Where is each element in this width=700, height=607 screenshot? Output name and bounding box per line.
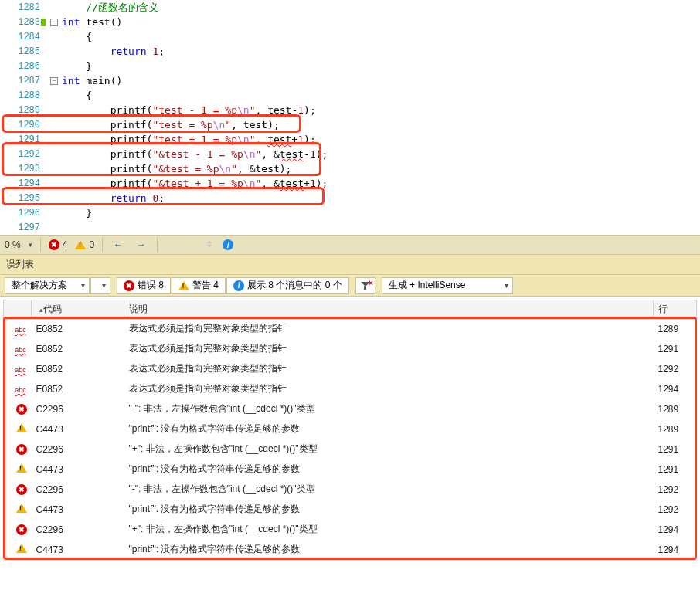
build-intellisense-dropdown[interactable]: 生成 + IntelliSense — [382, 277, 513, 294]
code-text[interactable]: return 1; — [62, 46, 165, 57]
error-line-number[interactable]: 1291 — [654, 459, 697, 480]
code-line[interactable]: 1295 return 0; — [0, 191, 700, 205]
nav-prev-button[interactable]: ← — [110, 239, 126, 250]
code-line[interactable]: 1284 { — [0, 29, 700, 44]
error-line-number[interactable]: 1291 — [654, 439, 697, 459]
fold-toggle-icon[interactable]: − — [50, 19, 58, 26]
code-line[interactable]: 1297 — [0, 220, 700, 235]
code-text[interactable]: printf("test + 1 = %p\n", test+1); — [62, 134, 316, 145]
line-number: 1284 — [0, 32, 46, 42]
code-line[interactable]: 1292 printf("&test - 1 = %p\n", &test-1)… — [0, 147, 700, 161]
code-line[interactable]: 1282 //函数名的含义 — [0, 0, 700, 15]
code-line[interactable]: 1286 } — [0, 59, 700, 73]
code-text[interactable]: printf("test - 1 = %p\n", test-1); — [62, 104, 316, 116]
error-code[interactable]: E0852 — [32, 379, 124, 399]
code-editor[interactable]: 1282 //函数名的含义1283−int test()1284 {1285 r… — [0, 0, 700, 235]
table-row[interactable]: E0852表达式必须是指向完整对象类型的指针1291 — [4, 339, 697, 359]
error-line-number[interactable]: 1289 — [654, 419, 697, 439]
table-row[interactable]: E0852表达式必须是指向完整对象类型的指针1289 — [4, 319, 697, 339]
code-text[interactable]: int test() — [62, 16, 122, 28]
code-line[interactable]: 1290 printf("test = %p\n", test); — [0, 117, 700, 132]
info-icon[interactable] — [223, 239, 233, 250]
code-text[interactable]: } — [62, 60, 92, 72]
error-line-number[interactable]: 1292 — [654, 500, 697, 520]
code-text[interactable]: printf("&test - 1 = %p\n", &test-1); — [62, 148, 328, 160]
intellisense-icon — [15, 385, 27, 395]
intellisense-icon — [15, 325, 27, 334]
code-line[interactable]: 1285 return 1; — [0, 44, 700, 59]
expand-icon[interactable] — [204, 239, 215, 252]
column-header-icon[interactable] — [4, 300, 32, 319]
code-line[interactable]: 1289 printf("test - 1 = %p\n", test-1); — [0, 103, 700, 117]
code-text[interactable]: { — [62, 90, 92, 101]
table-row[interactable]: C4473"printf": 没有为格式字符串传递足够的参数1292 — [4, 500, 697, 520]
code-text[interactable]: return 0; — [62, 192, 165, 204]
warning-icon — [16, 544, 27, 553]
fold-toggle-icon[interactable]: − — [50, 77, 58, 85]
zoom-level[interactable]: 0 % — [5, 239, 21, 250]
table-row[interactable]: C2296"-": 非法，左操作数包含"int (__cdecl *)()"类型… — [4, 480, 697, 500]
code-line[interactable]: 1291 printf("test + 1 = %p\n", test+1); — [0, 132, 700, 147]
scope-aux-dropdown[interactable] — [90, 277, 110, 294]
code-text[interactable]: { — [62, 31, 92, 42]
code-text[interactable]: //函数名的含义 — [62, 1, 158, 15]
error-line-number[interactable]: 1292 — [654, 480, 697, 500]
error-code[interactable]: C4473 — [32, 459, 124, 480]
warnings-filter-button[interactable]: 警告 4 — [172, 277, 226, 294]
clear-filter-button[interactable]: × — [355, 277, 375, 294]
error-code[interactable]: C2296 — [32, 520, 124, 540]
error-code[interactable]: C4473 — [32, 540, 124, 560]
table-row[interactable]: C4473"printf": 没有为格式字符串传递足够的参数1291 — [4, 459, 697, 480]
code-line[interactable]: 1288 { — [0, 88, 700, 103]
column-header-line[interactable]: 行 — [654, 300, 697, 319]
error-line-number[interactable]: 1294 — [654, 520, 697, 540]
column-header-code[interactable]: ▴代码 — [32, 300, 124, 319]
code-text[interactable]: int main() — [62, 75, 122, 86]
code-line[interactable]: 1293 printf("&test = %p\n", &test); — [0, 161, 700, 176]
code-text[interactable]: } — [62, 207, 92, 219]
code-text[interactable]: printf("&test + 1 = %p\n", &test+1); — [62, 178, 328, 189]
error-code[interactable]: E0852 — [32, 339, 124, 359]
error-code[interactable]: C2296 — [32, 439, 124, 459]
line-number: 1288 — [0, 90, 46, 101]
error-code[interactable]: C2296 — [32, 480, 124, 500]
nav-next-button[interactable]: → — [134, 239, 149, 250]
status-warn-count[interactable]: 0 — [75, 239, 94, 250]
table-row[interactable]: C2296"+": 非法，左操作数包含"int (__cdecl *)()"类型… — [4, 439, 697, 459]
status-bar: 0 % ▾ 4 0 ← → — [0, 235, 700, 255]
errors-filter-button[interactable]: 错误 8 — [117, 277, 171, 294]
messages-filter-button[interactable]: 展示 8 个消息中的 0 个 — [226, 277, 349, 294]
table-row[interactable]: C4473"printf": 没有为格式字符串传递足够的参数1289 — [4, 419, 697, 439]
error-line-number[interactable]: 1289 — [654, 399, 697, 419]
code-line[interactable]: 1283−int test() — [0, 15, 700, 29]
status-error-count[interactable]: 4 — [49, 239, 68, 250]
error-list-table[interactable]: ▴代码 说明 行 E0852表达式必须是指向完整对象类型的指针1289E0852… — [3, 300, 697, 560]
error-line-number[interactable]: 1292 — [654, 359, 697, 379]
error-code[interactable]: E0852 — [32, 359, 124, 379]
error-line-number[interactable]: 1289 — [654, 319, 697, 339]
table-row[interactable]: C2296"-": 非法，左操作数包含"int (__cdecl *)()"类型… — [4, 399, 697, 419]
error-code[interactable]: C4473 — [32, 419, 124, 439]
line-number: 1290 — [0, 120, 46, 131]
error-code[interactable]: C2296 — [32, 399, 124, 419]
line-number: 1291 — [0, 134, 46, 145]
error-code[interactable]: E0852 — [32, 319, 124, 339]
error-line-number[interactable]: 1291 — [654, 339, 697, 359]
error-line-number[interactable]: 1294 — [654, 540, 697, 560]
error-description: 表达式必须是指向完整对象类型的指针 — [124, 379, 654, 399]
scope-dropdown[interactable]: 整个解决方案 — [5, 277, 90, 294]
line-number: 1297 — [0, 222, 46, 233]
code-text[interactable]: printf("&test = %p\n", &test); — [62, 163, 291, 175]
table-row[interactable]: E0852表达式必须是指向完整对象类型的指针1292 — [4, 359, 697, 379]
zoom-dropdown-icon[interactable]: ▾ — [29, 241, 32, 249]
code-line[interactable]: 1296 } — [0, 205, 700, 220]
table-row[interactable]: E0852表达式必须是指向完整对象类型的指针1294 — [4, 379, 697, 399]
column-header-desc[interactable]: 说明 — [124, 300, 654, 319]
table-row[interactable]: C2296"+": 非法，左操作数包含"int (__cdecl *)()"类型… — [4, 520, 697, 540]
code-line[interactable]: 1294 printf("&test + 1 = %p\n", &test+1)… — [0, 176, 700, 191]
code-text[interactable]: printf("test = %p\n", test); — [62, 119, 280, 131]
table-row[interactable]: C4473"printf": 没有为格式字符串传递足够的参数1294 — [4, 540, 697, 560]
error-code[interactable]: C4473 — [32, 500, 124, 520]
code-line[interactable]: 1287−int main() — [0, 73, 700, 88]
error-line-number[interactable]: 1294 — [654, 379, 697, 399]
